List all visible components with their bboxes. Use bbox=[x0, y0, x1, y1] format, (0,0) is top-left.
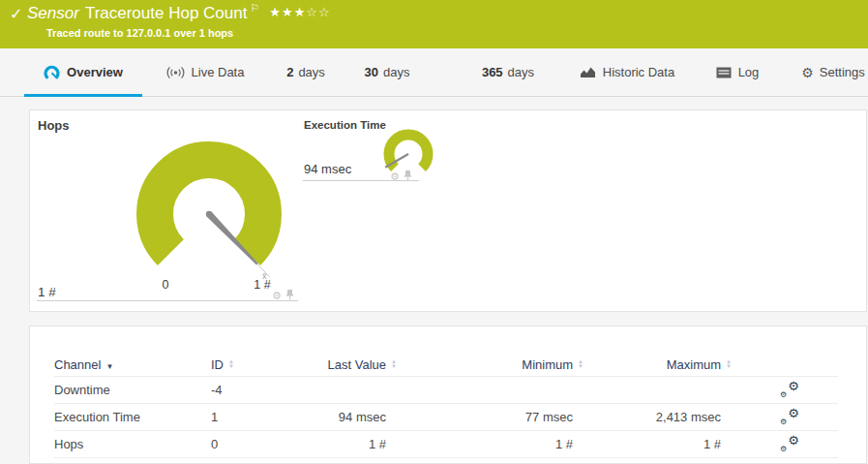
execution-time-current-value: 94 msec bbox=[304, 162, 351, 176]
sort-icon: ▲▼ bbox=[726, 359, 732, 369]
cell-minimum: 77 msec bbox=[410, 404, 597, 431]
column-header-maximum[interactable]: Maximum▲▼ bbox=[597, 353, 745, 377]
tab-label: Settings bbox=[820, 65, 865, 79]
cell-last-value: 94 msec bbox=[293, 404, 410, 431]
sensor-kind-label: Sensor bbox=[27, 4, 79, 22]
channels-table: Channel▼ ID▲▼ Last Value▲▼ Minimum▲▼ Max… bbox=[54, 353, 838, 458]
gauge-arc bbox=[155, 160, 263, 253]
cell-maximum: 2,413 msec bbox=[597, 404, 745, 431]
sensor-title-row: SensorTraceroute Hop Count⚐★★★☆☆ bbox=[27, 4, 331, 23]
pin-icon[interactable] bbox=[285, 287, 294, 304]
column-header-last-value[interactable]: Last Value▲▼ bbox=[293, 353, 410, 377]
priority-stars[interactable]: ★★★☆☆ bbox=[269, 5, 330, 19]
live-data-icon bbox=[166, 66, 185, 79]
tab-30-days[interactable]: 30 days bbox=[356, 48, 418, 96]
tab-unit: days bbox=[508, 65, 534, 79]
column-header-channel[interactable]: Channel▼ bbox=[54, 353, 211, 377]
sensor-status-message: Traced route to 127.0.0.1 over 1 hops bbox=[46, 27, 233, 39]
overview-gauges-panel: Hops x̄ 0 1 # 1 # ⚙ Execution Time 94 ms… bbox=[29, 109, 867, 312]
tab-log[interactable]: Log bbox=[708, 48, 766, 96]
cell-minimum bbox=[410, 377, 597, 404]
tab-number: 30 bbox=[365, 65, 378, 79]
cell-channel[interactable]: Execution Time bbox=[54, 404, 211, 431]
cell-maximum: 1 # bbox=[597, 431, 745, 458]
page-title: Traceroute Hop Count bbox=[85, 4, 248, 22]
stars-filled: ★★★ bbox=[269, 5, 306, 19]
tab-label: Live Data bbox=[192, 65, 245, 79]
tab-label: Historic Data bbox=[603, 65, 674, 79]
tab-live-data[interactable]: Live Data bbox=[161, 48, 250, 96]
tab-2-days[interactable]: 2 days bbox=[279, 48, 333, 96]
hops-gauge bbox=[112, 132, 306, 296]
sort-icon: ▲▼ bbox=[578, 359, 584, 369]
cell-maximum bbox=[597, 377, 745, 404]
historic-chart-icon bbox=[580, 66, 596, 78]
cell-channel[interactable]: Hops bbox=[54, 431, 211, 458]
hops-gauge-title: Hops bbox=[38, 118, 70, 133]
channel-settings-icon[interactable]: ⚙⚙ bbox=[780, 408, 799, 424]
cell-minimum: 1 # bbox=[410, 431, 597, 458]
needle-hub bbox=[206, 211, 212, 217]
cell-id: -4 bbox=[211, 377, 293, 404]
tab-historic-data[interactable]: Historic Data bbox=[571, 48, 683, 96]
column-header-minimum[interactable]: Minimum▲▼ bbox=[410, 353, 597, 377]
tab-number: 2 bbox=[286, 65, 293, 79]
stars-empty: ☆☆ bbox=[306, 5, 330, 19]
hops-gauge-min-label: 0 bbox=[146, 278, 185, 292]
cell-last-value bbox=[293, 377, 410, 404]
tab-settings[interactable]: ⚙ Settings bbox=[798, 48, 868, 96]
cell-id: 0 bbox=[211, 431, 293, 458]
tab-365-days[interactable]: 365 days bbox=[472, 48, 544, 96]
column-header-id[interactable]: ID▲▼ bbox=[211, 353, 293, 377]
table-row-execution-time[interactable]: Execution Time 1 94 msec 77 msec 2,413 m… bbox=[54, 404, 838, 431]
cell-channel[interactable]: Downtime bbox=[54, 377, 211, 404]
sensor-banner: ✓ SensorTraceroute Hop Count⚐★★★☆☆ Trace… bbox=[0, 0, 868, 48]
execution-time-gauge-title: Execution Time bbox=[304, 119, 386, 131]
execution-time-widget-icons: ⚙ bbox=[390, 168, 412, 185]
channel-settings-icon[interactable]: ⚙⚙ bbox=[780, 435, 799, 451]
cell-id: 1 bbox=[211, 404, 293, 431]
tab-label: Overview bbox=[67, 65, 123, 79]
table-row-hops[interactable]: Hops 0 1 # 1 # 1 # ⚙⚙ bbox=[54, 431, 838, 458]
hops-widget-underline bbox=[37, 300, 298, 301]
tab-overview[interactable]: Overview bbox=[24, 48, 142, 96]
hops-widget-icons: ⚙ bbox=[272, 287, 294, 304]
channels-panel: Channel▼ ID▲▼ Last Value▲▼ Minimum▲▼ Max… bbox=[29, 325, 867, 464]
settings-gear-icon: ⚙ bbox=[801, 65, 814, 80]
channel-settings-icon[interactable]: ⚙⚙ bbox=[780, 381, 799, 397]
tab-unit: days bbox=[383, 65, 409, 79]
hops-current-value: 1 # bbox=[38, 285, 56, 299]
table-header-row: Channel▼ ID▲▼ Last Value▲▼ Minimum▲▼ Max… bbox=[54, 353, 838, 377]
sort-desc-icon: ▼ bbox=[105, 362, 113, 371]
tab-label: Log bbox=[738, 65, 760, 79]
pin-icon[interactable] bbox=[404, 168, 412, 185]
execution-time-widget-underline bbox=[303, 180, 419, 181]
flag-icon[interactable]: ⚐ bbox=[250, 2, 259, 14]
gear-icon[interactable]: ⚙ bbox=[272, 291, 282, 301]
column-header-actions bbox=[745, 353, 838, 377]
gauge-icon bbox=[44, 65, 60, 79]
tab-unit: days bbox=[298, 65, 324, 79]
status-ok-icon: ✓ bbox=[10, 5, 22, 23]
sort-icon: ▲▼ bbox=[228, 359, 234, 369]
table-row-downtime[interactable]: Downtime -4 ⚙⚙ bbox=[54, 377, 838, 404]
sort-icon: ▲▼ bbox=[391, 359, 397, 369]
cell-last-value: 1 # bbox=[293, 431, 410, 458]
tab-strip: Overview Live Data 2 days 30 days 365 da… bbox=[0, 48, 868, 97]
log-icon bbox=[716, 67, 732, 78]
tab-number: 365 bbox=[482, 65, 503, 79]
